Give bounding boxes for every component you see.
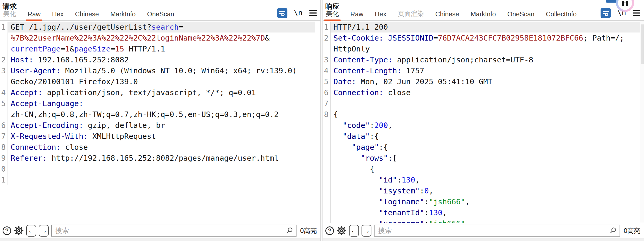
response-editor[interactable]: 1HTTP/1.1 2002Set-Cookie: JSESSIONID=76D… bbox=[323, 21, 644, 223]
code-text: Connection: close bbox=[331, 87, 640, 98]
tab-CollectInfo[interactable]: CollectInfo bbox=[545, 10, 577, 20]
response-search-bar: ? ← → 0高亮 bbox=[323, 223, 644, 238]
word-wrap-icon[interactable] bbox=[277, 8, 287, 18]
code-text bbox=[8, 164, 315, 174]
code-text: Accept-Language: bbox=[8, 98, 315, 109]
line-number: 8 bbox=[0, 142, 8, 153]
tab-Raw[interactable]: Raw bbox=[350, 10, 364, 20]
code-line: 1GET /1.jpg/../user/getUserList?search= bbox=[0, 22, 315, 32]
bottom-strip bbox=[323, 238, 644, 241]
response-search-input[interactable] bbox=[378, 226, 609, 235]
line-number bbox=[323, 164, 331, 174]
line-number bbox=[0, 109, 8, 120]
newline-toggle-icon[interactable]: \n bbox=[294, 9, 302, 17]
line-number: 0 bbox=[0, 164, 8, 174]
tab-MarkInfo[interactable]: MarkInfo bbox=[110, 10, 136, 20]
response-code-rows: 1HTTP/1.1 2002Set-Cookie: JSESSIONID=76D… bbox=[323, 22, 640, 223]
tab-Chinese[interactable]: Chinese bbox=[435, 10, 460, 20]
code-line: 0 bbox=[0, 164, 315, 174]
line-number bbox=[323, 43, 331, 54]
code-text: Accept-Encoding: gzip, deflate, br bbox=[8, 120, 315, 131]
tab-Raw[interactable]: Raw bbox=[27, 10, 41, 20]
prev-match-button[interactable]: ← bbox=[26, 225, 36, 237]
line-number: 7 bbox=[0, 131, 8, 142]
code-line: HttpOnly bbox=[323, 43, 640, 54]
bottom-strip bbox=[0, 238, 320, 241]
line-number: 5 bbox=[0, 98, 8, 109]
request-code-rows: 1GET /1.jpg/../user/getUserList?search=%… bbox=[0, 22, 315, 185]
line-number bbox=[323, 207, 331, 218]
code-line: 6Connection: close bbox=[323, 87, 640, 98]
code-line: "tenantId":130, bbox=[323, 207, 640, 218]
tab-OneScan[interactable]: OneScan bbox=[146, 10, 175, 20]
gear-icon[interactable] bbox=[14, 226, 24, 236]
code-text: { bbox=[331, 164, 640, 174]
code-line: 6Accept-Encoding: gzip, deflate, br bbox=[0, 120, 315, 131]
code-line: 7X-Requested-With: XMLHttpRequest bbox=[0, 131, 315, 142]
code-text: "rows":[ bbox=[331, 153, 640, 164]
tab-OneScan[interactable]: OneScan bbox=[507, 10, 535, 20]
line-number bbox=[323, 153, 331, 164]
code-line: 7 bbox=[323, 98, 640, 109]
line-number: 5 bbox=[323, 76, 331, 87]
help-icon[interactable]: ? bbox=[3, 226, 11, 235]
request-search-input[interactable] bbox=[55, 226, 286, 235]
code-text: "loginame":"jsh666", bbox=[331, 196, 640, 207]
line-number bbox=[323, 185, 331, 196]
line-number bbox=[0, 43, 8, 54]
hamburger-menu-icon[interactable] bbox=[632, 9, 641, 17]
next-match-button[interactable]: → bbox=[362, 225, 371, 237]
word-wrap-icon[interactable] bbox=[601, 8, 611, 18]
panel-divider[interactable] bbox=[320, 0, 323, 241]
code-line: zh-CN,zh;q=0.8,zh-TW;q=0.7,zh-HK;q=0.5,e… bbox=[0, 109, 315, 120]
request-search-bar: ? ← → 0高亮 bbox=[0, 223, 320, 238]
code-line: "loginame":"jsh666", bbox=[323, 196, 640, 207]
code-line: 2Set-Cookie: JSESSIONID=76D7ACA243CFC7B0… bbox=[323, 32, 640, 43]
tab-美化[interactable]: 美化 bbox=[325, 9, 339, 20]
code-text: zh-CN,zh;q=0.8,zh-TW;q=0.7,zh-HK;q=0.5,e… bbox=[8, 109, 315, 120]
tab-页面渲染: 页面渲染 bbox=[397, 9, 424, 20]
response-tab-bar: 美化RawHex页面渲染ChineseMarkInfoOneScanCollec… bbox=[323, 10, 644, 21]
response-tabs: 美化RawHex页面渲染ChineseMarkInfoOneScanCollec… bbox=[325, 10, 577, 20]
code-line: "page":{ bbox=[323, 142, 640, 153]
code-line: currentPage=1&pageSize=15 HTTP/1.1 bbox=[0, 43, 315, 54]
code-text: Content-Length: 1757 bbox=[331, 65, 640, 76]
code-line: 1HTTP/1.1 200 bbox=[323, 22, 640, 32]
code-text: Connection: close bbox=[8, 142, 315, 153]
code-line: "code":200, bbox=[323, 120, 640, 131]
code-text: Set-Cookie: JSESSIONID=76D7ACA243CFC7B02… bbox=[331, 32, 640, 43]
gear-icon[interactable] bbox=[337, 226, 346, 236]
line-number: 8 bbox=[323, 109, 331, 120]
code-line: 5Date: Mon, 02 Jun 2025 05:41:10 GMT bbox=[323, 76, 640, 87]
line-number: 2 bbox=[0, 54, 8, 65]
code-line: 5Accept-Language: bbox=[0, 98, 315, 109]
line-number: 1 bbox=[323, 22, 331, 32]
response-panel-title: 响应 bbox=[323, 0, 644, 10]
code-text: "tenantId":130, bbox=[331, 207, 640, 218]
line-number bbox=[323, 142, 331, 153]
help-icon[interactable]: ? bbox=[325, 226, 334, 235]
next-match-button[interactable]: → bbox=[39, 225, 49, 237]
prev-match-button[interactable]: ← bbox=[349, 225, 359, 237]
tab-Hex[interactable]: Hex bbox=[51, 10, 64, 20]
code-line: { bbox=[323, 164, 640, 174]
scrollbar-thumb[interactable] bbox=[641, 24, 644, 64]
request-panel-title: 请求 bbox=[0, 0, 320, 10]
response-scrollbar[interactable] bbox=[640, 21, 644, 223]
code-line: 3Content-Type: application/json;charset=… bbox=[323, 54, 640, 65]
code-line: 3User-Agent: Mozilla/5.0 (Windows NT 10.… bbox=[0, 65, 315, 76]
request-editor[interactable]: 1GET /1.jpg/../user/getUserList?search=%… bbox=[0, 21, 320, 223]
code-line: 4Content-Length: 1757 bbox=[323, 65, 640, 76]
code-text: Gecko/20100101 Firefox/139.0 bbox=[8, 76, 315, 87]
code-line: "isystem":0, bbox=[323, 185, 640, 196]
tab-Hex[interactable]: Hex bbox=[374, 10, 387, 20]
http-message-editor: 请求 美化RawHexChineseMarkInfoOneScan \n 1GE… bbox=[0, 0, 644, 241]
tab-美化: 美化 bbox=[3, 9, 17, 20]
tab-Chinese[interactable]: Chinese bbox=[74, 10, 99, 20]
line-number bbox=[323, 196, 331, 207]
code-text: "username":"jsh666" bbox=[331, 218, 640, 223]
tab-MarkInfo[interactable]: MarkInfo bbox=[470, 10, 496, 20]
hamburger-menu-icon[interactable] bbox=[309, 9, 317, 17]
code-line: 8Connection: close bbox=[0, 142, 315, 153]
code-line: "rows":[ bbox=[323, 153, 640, 164]
